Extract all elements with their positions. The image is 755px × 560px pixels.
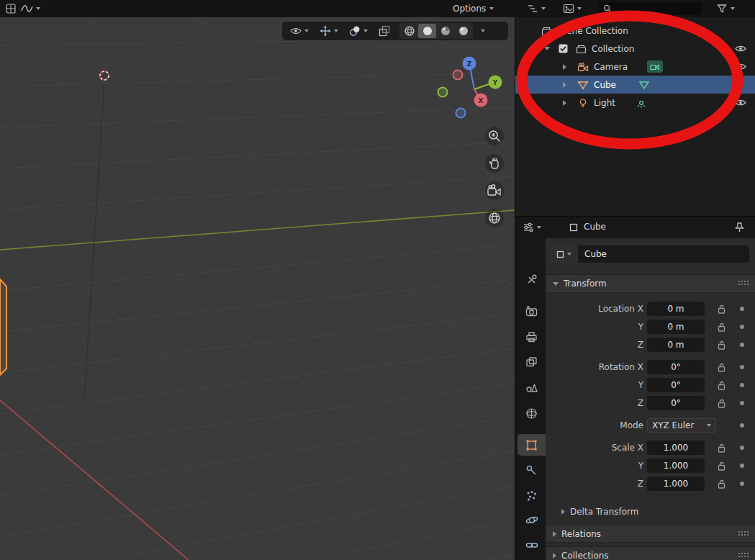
pin-icon[interactable] bbox=[734, 222, 745, 233]
shading-rendered-button[interactable] bbox=[454, 24, 472, 38]
collection-checkbox[interactable] bbox=[559, 40, 568, 58]
3d-cursor[interactable] bbox=[96, 68, 112, 83]
animate-dot[interactable] bbox=[740, 383, 744, 387]
relations-panel-header[interactable]: Relations bbox=[546, 525, 755, 543]
lock-icon[interactable] bbox=[716, 461, 726, 471]
tab-scene[interactable] bbox=[517, 376, 546, 398]
lock-icon[interactable] bbox=[716, 398, 726, 408]
viewport-3d[interactable]: Z Y X bbox=[0, 17, 515, 560]
light-data-icon[interactable] bbox=[636, 94, 647, 112]
axis-neg-x-ball[interactable] bbox=[453, 71, 463, 80]
field-label: Y bbox=[546, 458, 643, 474]
tab-view-layer[interactable] bbox=[517, 351, 546, 373]
location-x-field[interactable]: 0 m bbox=[647, 302, 705, 316]
outliner-row-cube[interactable]: Cube bbox=[515, 76, 755, 94]
show-overlays-button[interactable] bbox=[348, 24, 369, 37]
tab-modifiers[interactable] bbox=[517, 459, 546, 481]
lock-icon[interactable] bbox=[716, 340, 726, 350]
lock-icon[interactable] bbox=[716, 380, 726, 390]
shading-wireframe-button[interactable] bbox=[400, 24, 418, 38]
location-y-field[interactable]: 0 m bbox=[647, 320, 705, 334]
outliner-row-light[interactable]: Light bbox=[515, 94, 755, 112]
lock-icon[interactable] bbox=[716, 479, 726, 489]
axis-neg-z-ball[interactable] bbox=[456, 109, 466, 118]
animate-dot[interactable] bbox=[740, 365, 744, 369]
tab-world[interactable] bbox=[517, 402, 546, 424]
outliner-editor-type-button[interactable] bbox=[525, 2, 547, 15]
animate-dot[interactable] bbox=[740, 446, 744, 450]
outliner-row-scene-collection[interactable]: Scene Collection bbox=[515, 22, 755, 40]
disclosure-triangle[interactable] bbox=[563, 76, 566, 94]
zoom-button[interactable] bbox=[485, 127, 504, 145]
lock-icon[interactable] bbox=[716, 362, 726, 372]
search-icon bbox=[603, 4, 612, 13]
outliner-row-camera[interactable]: Camera bbox=[515, 58, 755, 76]
editor-type-button[interactable] bbox=[4, 2, 18, 15]
tab-tool[interactable] bbox=[517, 268, 546, 290]
object-name-input[interactable] bbox=[578, 245, 749, 263]
proportional-editing-button[interactable] bbox=[19, 2, 42, 15]
delta-transform-subpanel[interactable]: Delta Transform bbox=[546, 503, 755, 520]
animate-dot[interactable] bbox=[740, 325, 744, 329]
collections-panel-header[interactable]: Collections bbox=[546, 546, 755, 560]
overlays-icon bbox=[349, 25, 361, 37]
tab-constraints[interactable] bbox=[517, 534, 546, 556]
show-gizmos-button[interactable] bbox=[318, 24, 340, 37]
properties-editor-type-button[interactable] bbox=[521, 221, 543, 234]
shading-solid-button[interactable] bbox=[418, 24, 436, 38]
tab-particles[interactable] bbox=[517, 484, 546, 506]
eye-icon[interactable] bbox=[735, 94, 746, 112]
camera-data-badge[interactable] bbox=[647, 58, 663, 76]
animate-dot[interactable] bbox=[740, 343, 744, 347]
camera-view-button[interactable] bbox=[485, 181, 504, 200]
animate-dot[interactable] bbox=[740, 482, 744, 486]
outliner-display-mode-button[interactable] bbox=[561, 2, 583, 15]
id-type-button[interactable] bbox=[549, 245, 578, 263]
mesh-data-icon[interactable] bbox=[638, 76, 650, 94]
tab-render[interactable] bbox=[517, 300, 546, 322]
disclosure-triangle[interactable] bbox=[563, 94, 566, 112]
animate-dot[interactable] bbox=[740, 423, 744, 428]
animate-dot[interactable] bbox=[740, 401, 744, 405]
eye-icon[interactable] bbox=[735, 40, 746, 58]
scale-x-field[interactable]: 1.000 bbox=[647, 441, 705, 455]
eye-icon[interactable] bbox=[735, 58, 746, 76]
lock-icon[interactable] bbox=[716, 443, 726, 453]
rotation-y-field[interactable]: 0° bbox=[647, 378, 705, 392]
scale-y-field[interactable]: 1.000 bbox=[647, 459, 705, 473]
disclosure-triangle[interactable] bbox=[563, 58, 566, 76]
lock-icon[interactable] bbox=[716, 304, 726, 314]
grip-icon[interactable] bbox=[738, 530, 749, 536]
outliner-row-collection[interactable]: Collection bbox=[515, 40, 755, 58]
toggle-xray-button[interactable] bbox=[377, 24, 392, 37]
grip-icon[interactable] bbox=[738, 280, 749, 286]
camera-label: Camera bbox=[594, 58, 628, 76]
tab-physics[interactable] bbox=[517, 509, 546, 530]
outliner-search-input[interactable] bbox=[615, 3, 697, 14]
axis-neg-y-ball[interactable] bbox=[438, 88, 448, 97]
selected-cube-outline[interactable] bbox=[0, 279, 6, 375]
animate-dot[interactable] bbox=[740, 307, 744, 311]
shading-material-button[interactable] bbox=[436, 24, 454, 38]
field-label: Z bbox=[546, 476, 643, 492]
grip-icon[interactable] bbox=[738, 552, 749, 558]
transform-panel-header[interactable]: Transform bbox=[546, 274, 755, 293]
tab-output[interactable] bbox=[517, 326, 546, 348]
animate-dot[interactable] bbox=[740, 464, 744, 468]
rotation-x-field[interactable]: 0° bbox=[647, 360, 705, 374]
scale-z-field[interactable]: 1.000 bbox=[647, 477, 705, 491]
disclosure-triangle[interactable] bbox=[544, 40, 550, 58]
tab-object[interactable] bbox=[517, 434, 546, 456]
filter-funnel-icon bbox=[716, 3, 728, 14]
location-z-field[interactable]: 0 m bbox=[647, 338, 705, 352]
outliner-search[interactable] bbox=[599, 2, 702, 15]
rotation-mode-dropdown[interactable]: XYZ Euler bbox=[647, 418, 716, 433]
outliner-filter-button[interactable] bbox=[715, 2, 736, 15]
lock-icon[interactable] bbox=[716, 322, 726, 332]
pan-button[interactable] bbox=[485, 154, 504, 173]
perspective-toggle-button[interactable] bbox=[485, 209, 504, 227]
rotation-z-field[interactable]: 0° bbox=[647, 396, 705, 410]
object-visibility-button[interactable] bbox=[289, 24, 310, 37]
navigation-gizmo[interactable]: Z Y X bbox=[432, 55, 511, 127]
options-button[interactable]: Options bbox=[453, 0, 494, 17]
